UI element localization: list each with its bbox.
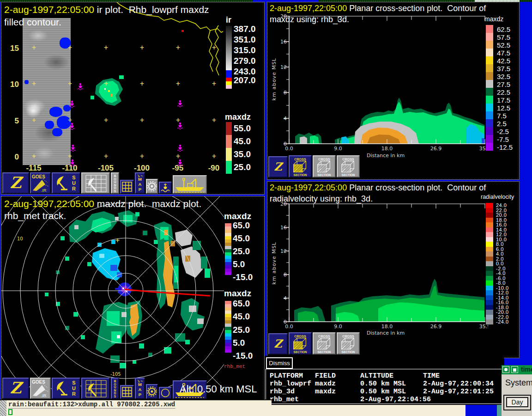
- graticule-plus: +: [32, 80, 36, 88]
- colorbar-value: 207.0: [234, 75, 256, 86]
- svg-text:CROSS: CROSS: [294, 335, 306, 338]
- colorbar-strip: [225, 223, 231, 275]
- radar-sur-button[interactable]: SUR: [52, 378, 80, 399]
- map-button[interactable]: MAP: [135, 378, 145, 399]
- colorbar-value: 57.5: [497, 33, 510, 41]
- gear-button[interactable]: [146, 384, 158, 399]
- graticule-plus: +: [176, 43, 180, 52]
- ship-button[interactable]: [173, 175, 207, 194]
- colorbar-value: 65.0: [233, 299, 250, 309]
- svg-text:A: A: [139, 387, 142, 392]
- colorbar-strip: [226, 122, 232, 174]
- lat-label: 10: [17, 236, 23, 241]
- cross-section-button[interactable]: CROSSSECTION: [289, 332, 312, 355]
- colorbar-value: 22.5: [497, 88, 510, 96]
- bounds-button[interactable]: BOUNDS: [111, 378, 119, 399]
- timestamp: 2-aug-1997,22:05:00: [4, 4, 94, 15]
- colorbar-strip: [486, 203, 493, 324]
- colorbar-title: maxdz: [224, 288, 251, 299]
- colorbar-value: 27.5: [497, 80, 510, 88]
- system-label: System: [505, 378, 532, 388]
- table-cell: 0.50 km MSL: [360, 380, 406, 388]
- buoy-icon: [177, 122, 183, 130]
- svg-text:A: A: [139, 182, 142, 187]
- table-cell: rhb_3d: [270, 388, 295, 396]
- grid-button[interactable]: [120, 385, 134, 399]
- top-strip-light: [475, 0, 520, 2]
- table-header: TIME: [423, 372, 440, 380]
- document-icon[interactable]: [511, 366, 518, 373]
- toolbar: ZGOES.IRSURBOUNDSMAP: [2, 172, 207, 194]
- map-button[interactable]: MAP: [135, 172, 145, 194]
- cross-section-button[interactable]: CROSSSECTION: [337, 332, 360, 355]
- colorbar-title: ir: [226, 15, 231, 25]
- cross-section-button[interactable]: CROSSSECTION: [313, 332, 336, 355]
- zebra-logo-button[interactable]: Z: [268, 156, 288, 177]
- circle-icon[interactable]: [502, 366, 509, 373]
- zebra-logo-button[interactable]: Z: [268, 333, 288, 355]
- buoy-button[interactable]: [159, 182, 172, 194]
- top-strip-blue: [253, 0, 319, 2]
- svg-text:P: P: [139, 392, 142, 397]
- cross-section-plot[interactable]: [267, 2, 520, 180]
- panel-title: 2-aug-1997,22:05:00 Planar cross-section…: [270, 4, 486, 13]
- radar-sur-button[interactable]: SUR: [52, 172, 80, 194]
- colorbar-value: 52.5: [497, 41, 510, 49]
- svg-text:U: U: [72, 180, 76, 186]
- terminal-window[interactable]: rain:beaufait:132>xdump.all 970802.2205.…: [0, 399, 272, 416]
- circle-button[interactable]: [159, 387, 172, 399]
- graticule-plus: +: [68, 80, 72, 88]
- graticule-plus: +: [104, 43, 108, 52]
- svg-text:M: M: [138, 382, 142, 387]
- goes-ir-button[interactable]: GOES.IR: [30, 378, 51, 399]
- svg-text:SECTION: SECTION: [342, 173, 355, 177]
- panel-title: 2-aug-1997,22:05:00 Planar cross-section…: [270, 183, 486, 193]
- dismiss-button[interactable]: Dismiss: [266, 357, 293, 369]
- buoy-icon: [69, 122, 75, 130]
- table-header: PLATFORM: [270, 372, 303, 380]
- svg-text:S: S: [72, 380, 75, 385]
- time-widget-titlebar[interactable]: time: [502, 365, 532, 374]
- table-cell: rhb_lowprf: [270, 380, 311, 388]
- svg-text:R: R: [72, 391, 76, 397]
- panel-title-line2: radialvelocity using: rhb_3d.: [270, 194, 373, 204]
- colorbar-value: 25.0: [234, 162, 251, 172]
- svg-text:U: U: [72, 385, 76, 391]
- svg-text:Z: Z: [10, 173, 24, 192]
- day-button[interactable]: Day: [506, 397, 528, 407]
- radar-grid-button[interactable]: [81, 378, 110, 399]
- graticule-plus: +: [32, 43, 36, 52]
- radar-grid-button[interactable]: [81, 172, 110, 194]
- svg-text:CROSS: CROSS: [318, 158, 330, 161]
- ppi-display[interactable]: [1, 196, 224, 391]
- colorbar-value: 37.5: [497, 65, 510, 73]
- buoy-icon: [69, 100, 75, 108]
- svg-text:M: M: [138, 177, 142, 182]
- terminal-resize-grip[interactable]: [0, 400, 6, 416]
- colorbar-value: -15.0: [233, 272, 253, 282]
- grid-button[interactable]: [120, 180, 134, 194]
- zebra-logo-button[interactable]: Z: [2, 378, 29, 399]
- bounds-button[interactable]: BOUNDS: [111, 172, 119, 194]
- panel-title-line2: filled contour.: [4, 17, 61, 28]
- zebra-logo-button[interactable]: Z: [2, 172, 29, 194]
- graticule-plus: +: [212, 43, 216, 52]
- document-glyph: [513, 367, 516, 372]
- panel-title-line2: maxdz using: rhb_3d.: [270, 15, 349, 24]
- svg-text:Z: Z: [274, 160, 284, 173]
- platform-table: PLATFORMFIELDALTITUDETIMErhb_lowprfmaxdz…: [266, 369, 504, 404]
- colorbar-title: maxdz: [484, 15, 503, 23]
- colorbar-strip: [225, 301, 231, 353]
- goes-ir-button[interactable]: GOES.IR: [30, 172, 51, 194]
- svg-text:S: S: [114, 190, 116, 193]
- cross-section-button[interactable]: CROSSSECTION: [337, 155, 360, 177]
- graticule-plus: +: [104, 116, 108, 124]
- toolbar: ZCROSSSECTIONCROSSSECTIONCROSSSECTION: [268, 155, 360, 177]
- table-cell: maxdz: [315, 380, 336, 388]
- cross-section-button[interactable]: CROSSSECTION: [289, 155, 312, 177]
- table-cell: 2-Aug-97,22:00:34: [423, 380, 494, 388]
- gear-button[interactable]: [146, 179, 158, 194]
- colorbar-value: 279.0: [234, 56, 256, 66]
- svg-text:S: S: [114, 395, 116, 398]
- cross-section-button[interactable]: CROSSSECTION: [313, 155, 336, 177]
